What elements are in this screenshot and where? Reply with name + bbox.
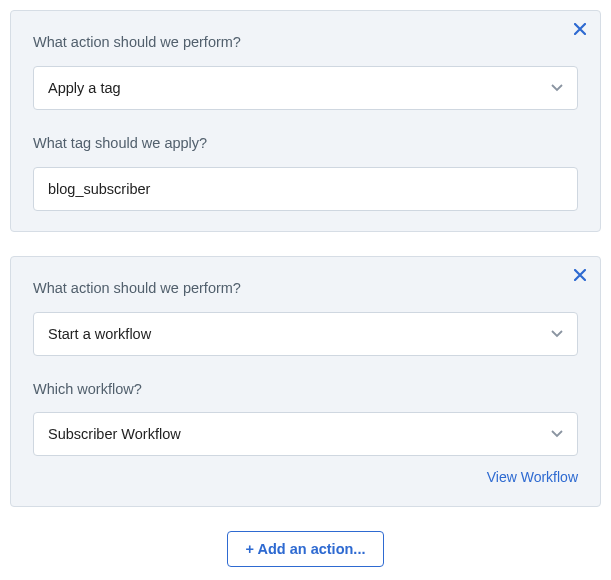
view-workflow-link[interactable]: View Workflow <box>487 469 578 485</box>
field-group-param: What tag should we apply? <box>33 134 578 211</box>
action-select[interactable]: Start a workflow <box>33 312 578 356</box>
close-icon[interactable] <box>570 19 590 39</box>
workflow-select[interactable]: Subscriber Workflow <box>33 412 578 456</box>
workflow-select-value: Subscriber Workflow <box>48 426 181 442</box>
field-group-action: What action should we perform? Apply a t… <box>33 33 578 110</box>
action-card: What action should we perform? Apply a t… <box>10 10 601 232</box>
param-label: Which workflow? <box>33 380 578 399</box>
action-select[interactable]: Apply a tag <box>33 66 578 110</box>
action-select-value: Apply a tag <box>48 80 121 96</box>
caret-down-icon <box>551 330 563 338</box>
field-group-action: What action should we perform? Start a w… <box>33 279 578 356</box>
action-select-value: Start a workflow <box>48 326 151 342</box>
tag-input[interactable] <box>33 167 578 211</box>
action-label: What action should we perform? <box>33 33 578 52</box>
add-action-button[interactable]: + Add an action... <box>227 531 385 567</box>
action-label: What action should we perform? <box>33 279 578 298</box>
add-action-row: + Add an action... <box>10 531 601 567</box>
caret-down-icon <box>551 84 563 92</box>
action-card: What action should we perform? Start a w… <box>10 256 601 508</box>
card-footer: View Workflow <box>33 468 578 486</box>
caret-down-icon <box>551 430 563 438</box>
close-icon[interactable] <box>570 265 590 285</box>
field-group-param: Which workflow? Subscriber Workflow <box>33 380 578 457</box>
param-label: What tag should we apply? <box>33 134 578 153</box>
